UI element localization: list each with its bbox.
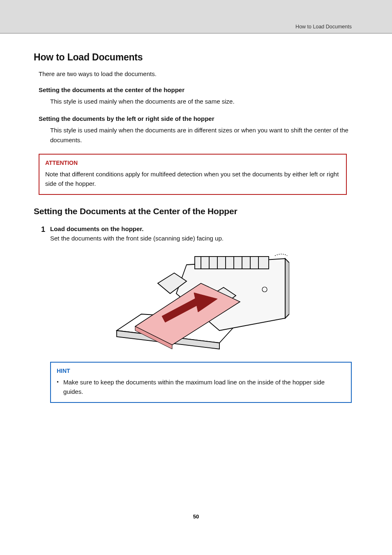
svg-rect-4 <box>195 257 269 269</box>
step-number: 1 <box>39 225 50 234</box>
step-heading: Load documents on the hopper. <box>50 225 352 232</box>
step-1: 1 Load documents on the hopper. Set the … <box>39 225 352 403</box>
attention-label: ATTENTION <box>45 160 340 166</box>
content-area: How to Load Documents There are two ways… <box>0 34 392 403</box>
method1-heading: Setting the documents at the center of t… <box>39 86 352 93</box>
step-body: Load documents on the hopper. Set the do… <box>50 225 352 403</box>
page-title: How to Load Documents <box>34 52 352 63</box>
hint-bullet: Make sure to keep the documents within t… <box>57 377 345 397</box>
header-rule <box>0 33 392 34</box>
section-title: Setting the Documents at the Center of t… <box>34 206 352 216</box>
intro-text: There are two ways to load the documents… <box>39 70 352 77</box>
scanner-illustration <box>50 248 352 353</box>
attention-text: Note that different conditions apply for… <box>45 169 340 189</box>
page-number: 50 <box>0 513 392 520</box>
breadcrumb: How to Load Documents <box>295 24 352 30</box>
step-text: Set the documents with the front side (s… <box>50 234 352 243</box>
hint-box: HINT Make sure to keep the documents wit… <box>50 362 352 403</box>
method2-body: This style is used mainly when the docum… <box>50 125 352 145</box>
method1-body: This style is used mainly when the docum… <box>50 97 352 106</box>
attention-box: ATTENTION Note that different conditions… <box>39 154 347 195</box>
svg-marker-3 <box>285 259 289 318</box>
scanner-svg <box>113 248 289 351</box>
page-body: How to Load Documents There are two ways… <box>0 0 392 555</box>
hint-label: HINT <box>57 368 345 374</box>
method2-heading: Setting the documents by the left or rig… <box>39 115 352 122</box>
